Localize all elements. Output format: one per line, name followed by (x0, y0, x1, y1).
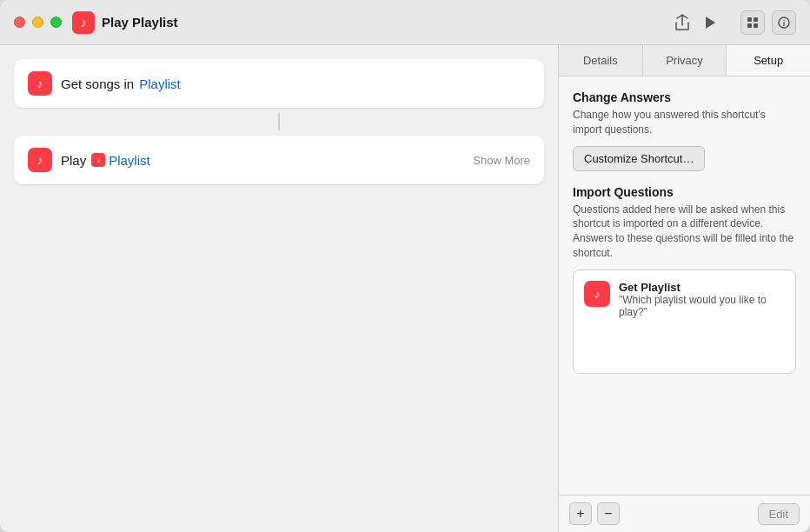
import-item-icon: ♪ (584, 281, 610, 307)
tabs-bar: Details Privacy Setup (559, 45, 810, 76)
app-icon: ♪ (72, 11, 95, 34)
action1-icon: ♪ (28, 71, 52, 96)
change-answers-title: Change Answers (573, 90, 796, 104)
action2-playlist-pill[interactable]: ♪ Playlist (91, 153, 150, 168)
right-panel: Details Privacy Setup Change Answers Cha… (558, 45, 810, 532)
app-window: ♪ Play Playlist (0, 0, 810, 532)
svg-text:i: i (783, 19, 786, 28)
action2-text: Play ♪ Playlist (61, 153, 150, 168)
action1-playlist-link[interactable]: Playlist (139, 76, 181, 91)
play-button[interactable] (704, 16, 716, 30)
import-card-area: ♪ Get Playlist "Which playlist would you… (573, 269, 796, 374)
svg-rect-3 (754, 23, 758, 28)
info-button[interactable]: i (772, 10, 796, 35)
minimize-button[interactable] (32, 17, 43, 28)
svg-rect-0 (747, 17, 752, 22)
svg-rect-2 (747, 23, 752, 28)
remove-question-button[interactable]: − (597, 502, 620, 525)
action1-text: Get songs in Playlist (61, 76, 181, 91)
close-button[interactable] (14, 17, 25, 28)
import-item-title: Get Playlist (619, 281, 785, 294)
tab-privacy[interactable]: Privacy (643, 45, 727, 76)
svg-rect-1 (754, 17, 758, 22)
play-card: ♪ Play ♪ Playlist Show More (14, 136, 544, 184)
pill-music-icon: ♪ (91, 153, 105, 167)
gallery-button[interactable] (740, 10, 765, 35)
connector-divider (14, 113, 544, 130)
import-questions-section: Import Questions Questions added here wi… (573, 185, 796, 374)
right-content: Change Answers Change how you answered t… (559, 76, 810, 495)
add-question-button[interactable]: + (569, 502, 592, 525)
window-title: Play Playlist (102, 15, 674, 30)
left-panel: ♪ Get songs in Playlist ♪ Play (0, 45, 558, 532)
tab-details[interactable]: Details (559, 45, 643, 76)
action1-label-pre: Get songs in (61, 76, 134, 91)
change-answers-desc: Change how you answered this shortcut's … (573, 108, 796, 137)
music-note-icon: ♪ (81, 16, 87, 30)
tab-setup[interactable]: Setup (727, 45, 810, 76)
pill-note-icon: ♪ (96, 156, 100, 164)
import-music-icon: ♪ (594, 287, 601, 301)
action2-playlist-label: Playlist (109, 153, 150, 168)
bottom-bar: + − Edit (559, 495, 810, 532)
titlebar: ♪ Play Playlist (0, 0, 810, 45)
action2-icon: ♪ (28, 148, 52, 172)
titlebar-actions (674, 14, 716, 31)
show-more-button[interactable]: Show More (473, 154, 530, 167)
import-item: ♪ Get Playlist "Which playlist would you… (584, 281, 785, 318)
divider-line (278, 113, 280, 130)
customize-shortcut-button[interactable]: Customize Shortcut… (573, 146, 705, 171)
maximize-button[interactable] (50, 17, 62, 28)
import-item-text: Get Playlist "Which playlist would you l… (619, 281, 785, 318)
import-questions-desc: Questions added here will be asked when … (573, 203, 796, 261)
music-icon: ♪ (37, 76, 43, 90)
main-content: ♪ Get songs in Playlist ♪ Play (0, 45, 810, 532)
import-item-subtitle: "Which playlist would you like to play?" (619, 294, 785, 318)
action2-label-pre: Play (61, 153, 86, 168)
get-songs-card: ♪ Get songs in Playlist (14, 59, 544, 108)
traffic-lights (14, 17, 62, 28)
share-button[interactable] (674, 14, 690, 31)
edit-question-button[interactable]: Edit (758, 503, 800, 525)
music-icon-2: ♪ (37, 153, 43, 167)
import-questions-title: Import Questions (573, 185, 796, 199)
